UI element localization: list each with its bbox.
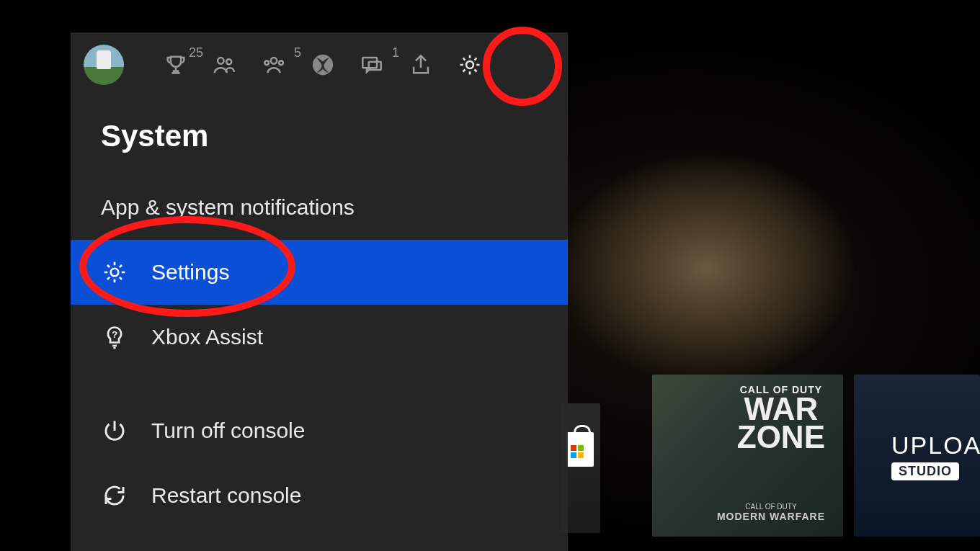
- friends-tab[interactable]: [208, 53, 242, 77]
- profile-avatar[interactable]: [84, 45, 124, 85]
- party-tab[interactable]: 5: [257, 53, 291, 77]
- menu-item-settings[interactable]: Settings: [71, 240, 568, 305]
- achievements-tab[interactable]: 25: [159, 53, 193, 77]
- system-tab[interactable]: [453, 53, 487, 77]
- modern-warfare-sublogo: CALL OF DUTY MODERN WARFARE: [717, 503, 825, 522]
- svg-point-3: [264, 61, 269, 65]
- upload-studio-label-2: STUDIO: [891, 462, 959, 480]
- background-game-art: [562, 130, 922, 382]
- menu-item-xbox-assist[interactable]: ? Xbox Assist: [71, 305, 568, 369]
- achievements-badge: 25: [189, 45, 203, 61]
- warzone-tile[interactable]: CALL OF DUTY WAR ZONE CALL OF DUTY MODER…: [652, 375, 843, 537]
- messages-tab[interactable]: 1: [355, 53, 389, 77]
- home-tab[interactable]: [306, 53, 340, 77]
- menu-item-turn-off[interactable]: Turn off console: [71, 398, 568, 463]
- warzone-logo: CALL OF DUTY WAR ZONE: [737, 385, 825, 452]
- party-icon: [262, 53, 286, 77]
- restart-icon: [101, 483, 128, 509]
- power-icon: [101, 418, 128, 444]
- people-icon: [213, 53, 237, 77]
- store-icon: [566, 432, 594, 467]
- xbox-icon: [311, 53, 335, 77]
- menu-label-notifications: App & system notifications: [101, 195, 355, 220]
- svg-point-8: [466, 61, 473, 68]
- upload-studio-tile[interactable]: UPLOAD STUDIO: [854, 375, 980, 537]
- svg-point-4: [279, 61, 283, 65]
- guide-panel: 25 5 1: [71, 32, 568, 551]
- menu-label-assist: Xbox Assist: [151, 325, 263, 349]
- messages-badge: 1: [392, 45, 399, 61]
- share-icon: [409, 53, 433, 77]
- menu-item-restart[interactable]: Restart console: [71, 463, 568, 528]
- svg-point-2: [271, 58, 277, 64]
- svg-rect-6: [362, 58, 377, 68]
- svg-point-0: [218, 58, 224, 64]
- section-title-system: System: [71, 97, 568, 175]
- chat-icon: [360, 53, 384, 77]
- menu-item-notifications[interactable]: App & system notifications: [71, 175, 568, 240]
- gear-icon: [101, 259, 128, 285]
- svg-point-1: [226, 59, 231, 64]
- guide-tabs: 25 5 1: [71, 32, 568, 97]
- lightbulb-icon: ?: [101, 324, 128, 350]
- upload-studio-label-1: UPLOAD: [891, 431, 980, 460]
- trophy-icon: [164, 53, 188, 77]
- svg-point-9: [111, 269, 119, 277]
- menu-label-turnoff: Turn off console: [151, 418, 305, 443]
- gear-icon: [458, 53, 482, 77]
- menu-label-restart: Restart console: [151, 483, 301, 508]
- party-badge: 5: [294, 45, 301, 61]
- broadcast-tab[interactable]: [404, 53, 438, 77]
- svg-text:?: ?: [112, 329, 117, 340]
- menu-label-settings: Settings: [151, 260, 229, 285]
